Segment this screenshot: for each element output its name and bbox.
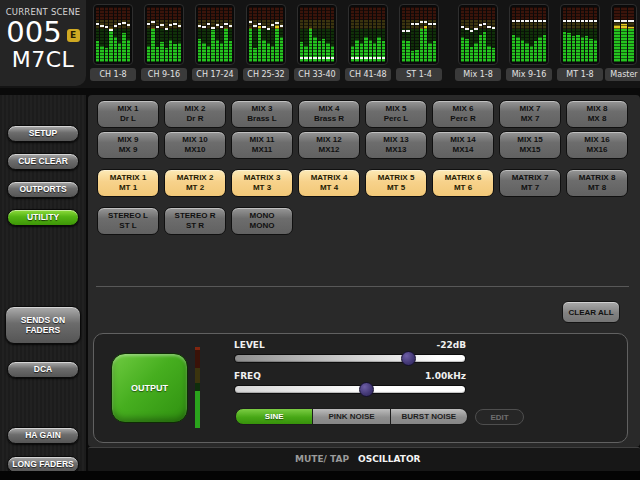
fader-position-mark xyxy=(621,20,627,22)
waveform-selector: SINEPINK NOISEBURST NOISE xyxy=(235,408,468,425)
meter-bar-level xyxy=(156,47,159,62)
meter-block-label: CH 33-40 xyxy=(294,68,340,81)
meter-bar xyxy=(614,7,620,62)
sidebar-button-outports[interactable]: OUTPORTS xyxy=(7,181,79,198)
fader-position-mark xyxy=(521,20,524,22)
fader-position-mark xyxy=(96,23,99,25)
grid-button-stereo-r[interactable]: STEREO RST R xyxy=(164,207,226,235)
meter-bar-level xyxy=(198,39,201,62)
meter-bar-level xyxy=(563,32,566,62)
meter-bar xyxy=(567,7,570,62)
grid-button-mix-12[interactable]: MIX 12MX12 xyxy=(298,131,360,159)
fader-position-mark xyxy=(229,25,232,27)
sidebar-button-utility[interactable]: UTILITY xyxy=(7,209,79,226)
grid-button-mix-9[interactable]: MIX 9MX 9 xyxy=(97,131,159,159)
meter-box xyxy=(246,4,286,65)
meter-block-label: CH 17-24 xyxy=(192,68,238,81)
grid-button-mix-3[interactable]: MIX 3Brass L xyxy=(231,100,293,128)
grid-button-mix-7[interactable]: MIX 7MX 7 xyxy=(499,100,561,128)
meter-box xyxy=(509,4,549,65)
meter-bar-level xyxy=(628,27,634,62)
sidebar-button-cue-clear[interactable]: CUE CLEAR xyxy=(7,153,79,170)
grid-button-stereo-l[interactable]: STEREO LST L xyxy=(97,207,159,235)
freq-slider[interactable] xyxy=(235,386,465,393)
level-slider-handle[interactable] xyxy=(401,351,416,366)
sidebar-button-ha-gain[interactable]: HA GAIN xyxy=(7,427,79,444)
clear-all-button[interactable]: CLEAR ALL xyxy=(562,301,620,323)
meter-bar-level xyxy=(100,46,103,63)
grid-button-mix-16[interactable]: MIX 16MX16 xyxy=(566,131,628,159)
fader-position-mark xyxy=(474,28,477,30)
fader-position-mark xyxy=(160,24,163,26)
fader-position-mark xyxy=(402,30,405,32)
fader-position-mark xyxy=(258,23,261,25)
fader-position-mark xyxy=(377,57,380,59)
grid-button-mix-11[interactable]: MIX 11MX11 xyxy=(231,131,293,159)
meter-bar xyxy=(483,7,486,62)
grid-button-matrix-1[interactable]: MATRIX 1MT 1 xyxy=(97,169,159,197)
wave-button-pink-noise[interactable]: PINK NOISE xyxy=(313,408,390,425)
tab-oscillator[interactable]: OSCILLATOR xyxy=(358,454,640,472)
meter-bar xyxy=(147,7,150,62)
meter-bar-level xyxy=(567,33,570,62)
fader-position-mark xyxy=(322,57,325,59)
meter-bar xyxy=(369,7,372,62)
oscillator-output-button[interactable]: OUTPUT xyxy=(111,353,188,423)
meter-bar-level xyxy=(165,48,168,62)
grid-button-matrix-5[interactable]: MATRIX 5MT 5 xyxy=(365,169,427,197)
bottom-tab-bar: MUTE/ TAP OSCILLATOR xyxy=(88,447,640,472)
sidebar-button-setup[interactable]: SETUP xyxy=(7,125,79,142)
fader-position-mark xyxy=(169,24,172,26)
meter-bar-level xyxy=(543,35,546,63)
meter-bar xyxy=(96,7,99,62)
meter-block-label: Mix 9-16 xyxy=(506,68,552,81)
wave-button-sine[interactable]: SINE xyxy=(235,408,313,425)
fader-position-mark xyxy=(563,20,566,22)
grid-button-mix-1[interactable]: MIX 1Dr L xyxy=(97,100,159,128)
grid-button-mix-8[interactable]: MIX 8MX 8 xyxy=(566,100,628,128)
grid-button-mix-13[interactable]: MIX 13MX13 xyxy=(365,131,427,159)
level-value: -22dB xyxy=(436,340,466,350)
meter-bar xyxy=(470,7,473,62)
meter-bar xyxy=(207,7,210,62)
edit-button[interactable]: EDIT xyxy=(475,409,524,425)
meter-box xyxy=(458,4,498,65)
fader-position-mark xyxy=(253,25,256,27)
grid-button-matrix-4[interactable]: MATRIX 4MT 4 xyxy=(298,169,360,197)
fader-position-mark xyxy=(300,57,303,59)
sidebar-button-sends-on-faders[interactable]: SENDS ONFADERS xyxy=(5,306,81,344)
meter-bar xyxy=(326,7,329,62)
fader-position-mark xyxy=(628,20,634,22)
meter-bar xyxy=(271,7,274,62)
meter-bar-level xyxy=(216,40,219,62)
grid-button-mix-2[interactable]: MIX 2Dr R xyxy=(164,100,226,128)
fader-position-mark xyxy=(280,25,283,27)
grid-button-matrix-6[interactable]: MATRIX 6MT 6 xyxy=(432,169,494,197)
level-slider[interactable] xyxy=(235,355,465,362)
meter-bar xyxy=(585,7,588,62)
sidebar-button-dca[interactable]: DCA xyxy=(7,361,79,378)
fader-position-mark xyxy=(479,24,482,26)
meter-bar-level xyxy=(512,35,515,63)
freq-slider-handle[interactable] xyxy=(359,382,374,397)
grid-button-mix-5[interactable]: MIX 5Perc L xyxy=(365,100,427,128)
fader-position-mark xyxy=(585,20,588,22)
meter-bar-level xyxy=(105,48,108,62)
meter-bar-level xyxy=(109,28,112,62)
meter-bar-level xyxy=(351,46,354,63)
grid-button-matrix-3[interactable]: MATRIX 3MT 3 xyxy=(231,169,293,197)
grid-button-mix-6[interactable]: MIX 6Perc R xyxy=(432,100,494,128)
grid-button-matrix-2[interactable]: MATRIX 2MT 2 xyxy=(164,169,226,197)
grid-button-mono[interactable]: MONOMONO xyxy=(231,207,293,235)
wave-button-burst-noise[interactable]: BURST NOISE xyxy=(391,408,468,425)
meter-bar-level xyxy=(147,46,150,63)
grid-button-mix-10[interactable]: MIX 10MX10 xyxy=(164,131,226,159)
grid-button-matrix-8[interactable]: MATRIX 8MT 8 xyxy=(566,169,628,197)
tab-mute-tap[interactable]: MUTE/ TAP xyxy=(295,454,349,464)
grid-button-mix-15[interactable]: MIX 15MX15 xyxy=(499,131,561,159)
meter-bar xyxy=(355,7,358,62)
meter-bar xyxy=(275,7,278,62)
grid-button-mix-14[interactable]: MIX 14MX14 xyxy=(432,131,494,159)
grid-button-mix-4[interactable]: MIX 4Brass R xyxy=(298,100,360,128)
grid-button-matrix-7[interactable]: MATRIX 7MT 7 xyxy=(499,169,561,197)
